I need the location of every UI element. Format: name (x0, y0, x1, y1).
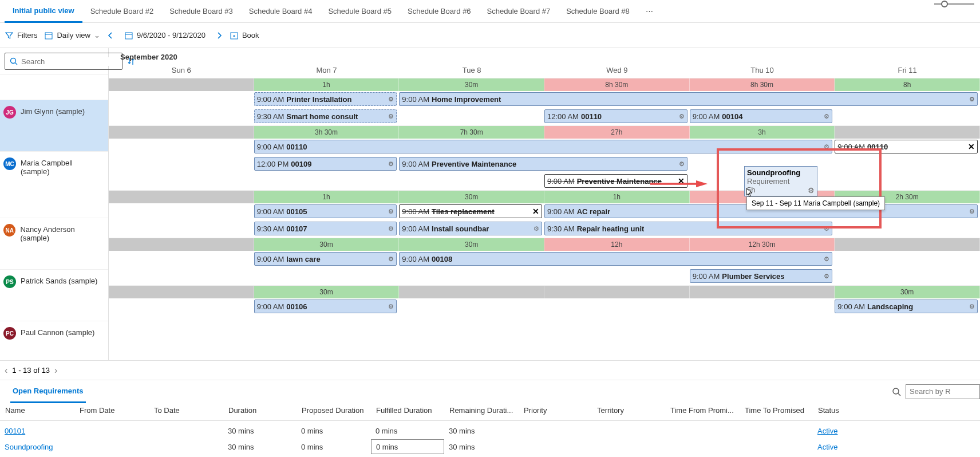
book-button[interactable]: Book (230, 31, 259, 40)
booking[interactable]: 12:00 AM00110⚙ (544, 109, 687, 123)
booking[interactable]: 9:30 AMRepair heating unit⚙ (544, 222, 832, 235)
booking[interactable]: 12:00 PM00109⚙ (254, 157, 397, 171)
booking[interactable]: 9:00 AMPrinter Installation⚙ (254, 92, 397, 106)
requirements-search[interactable] (906, 384, 980, 399)
cell: 30 mins (223, 424, 297, 438)
resource-row[interactable]: MC Maria Campbell (sample) (0, 151, 108, 218)
capacity-cell: 12h 30m (690, 238, 835, 251)
col-priority[interactable]: Priority (519, 403, 592, 420)
gear-icon[interactable]: ⚙ (824, 143, 829, 151)
booking[interactable]: 9:00 AM00106⚙ (254, 300, 397, 313)
col-proposed[interactable]: Proposed Duration (297, 403, 371, 420)
booking[interactable]: 9:30 AM00107⚙ (254, 222, 397, 235)
requirement-link[interactable]: 00101 (5, 427, 25, 435)
gear-icon[interactable]: ⚙ (388, 113, 394, 120)
requirement-link[interactable]: Soundproofing (5, 443, 53, 451)
requirements-header: Name From Date To Date Duration Proposed… (0, 403, 980, 421)
capacity-cell (690, 286, 835, 298)
filter-icon (5, 31, 14, 40)
col-timeto[interactable]: Time To Promised (740, 403, 813, 420)
capacity-cell (835, 126, 980, 139)
tab-1[interactable]: Schedule Board #2 (82, 0, 162, 23)
view-mode-button[interactable]: Daily view ⌄ (44, 31, 100, 40)
gear-icon[interactable]: ⚙ (824, 113, 829, 120)
day-header: Tue 8 (399, 64, 544, 78)
cell-editable[interactable]: 0 mins (371, 439, 444, 454)
prev-button[interactable] (107, 32, 114, 39)
tab-2[interactable]: Schedule Board #3 (161, 0, 241, 23)
gear-icon[interactable]: ⚙ (388, 160, 394, 168)
col-duration[interactable]: Duration (223, 403, 297, 420)
gear-icon[interactable]: ⚙ (388, 225, 394, 233)
drag-duration: 5h (747, 186, 815, 194)
status-link[interactable]: Active (817, 443, 837, 451)
gear-icon[interactable]: ⚙ (824, 273, 829, 280)
resource-row[interactable]: JG Jim Glynn (sample) (0, 100, 108, 151)
col-territory[interactable]: Territory (592, 403, 665, 420)
booking[interactable]: 9:00 AM00110✕ (835, 140, 978, 153)
close-icon[interactable]: ✕ (968, 142, 975, 151)
pager-prev[interactable]: ‹ (5, 365, 7, 376)
open-requirements-tab[interactable]: Open Requirements (10, 380, 86, 403)
resource-search[interactable] (5, 53, 122, 70)
date-range[interactable]: 9/6/2020 - 9/12/2020 (124, 31, 206, 40)
resource-search-input[interactable] (21, 57, 117, 66)
booking[interactable]: 9:00 AMlawn care⚙ (254, 252, 397, 266)
booking[interactable]: 9:00 AMPreventive Maintenance⚙ (399, 157, 687, 171)
gear-icon[interactable]: ⚙ (824, 255, 829, 263)
booking[interactable]: 9:00 AMInstall soundbar⚙ (399, 222, 542, 235)
status-link[interactable]: Active (817, 427, 837, 435)
tab-3[interactable]: Schedule Board #4 (241, 0, 321, 23)
tab-7[interactable]: Schedule Board #8 (558, 0, 638, 23)
tab-6[interactable]: Schedule Board #7 (479, 0, 559, 23)
requirement-row[interactable]: Soundproofing 30 mins 0 mins 0 mins 30 m… (0, 438, 980, 455)
tab-5[interactable]: Schedule Board #6 (400, 0, 479, 23)
booking[interactable]: 9:00 AM00110⚙ (254, 140, 833, 153)
close-icon[interactable]: ✕ (532, 207, 539, 216)
resource-row[interactable]: PC Paul Cannon (sample) (0, 321, 108, 358)
view-mode-label: Daily view (57, 31, 90, 40)
tab-0[interactable]: Initial public view (5, 0, 82, 23)
booking[interactable]: 9:30 AMSmart home consult⚙ (254, 109, 397, 123)
col-remaining[interactable]: Remaining Durati... (444, 403, 519, 420)
search-icon[interactable] (892, 387, 901, 396)
col-name[interactable]: Name (0, 403, 74, 420)
booking[interactable]: 9:00 AM00105⚙ (254, 204, 397, 218)
gear-icon[interactable]: ⚙ (969, 96, 975, 103)
tab-more[interactable]: ⋯ (638, 7, 661, 15)
booking[interactable]: 9:00 AM00108⚙ (399, 252, 832, 266)
pager-next[interactable]: › (54, 365, 57, 376)
gear-icon[interactable]: ⚙ (534, 225, 539, 233)
booking[interactable]: 9:00 AMPlumber Services⚙ (690, 269, 833, 283)
zoom-slider[interactable] (934, 3, 974, 5)
booking[interactable]: 9:00 AM00104⚙ (690, 109, 833, 123)
gear-icon[interactable]: ⚙ (388, 255, 394, 263)
next-button[interactable] (216, 32, 223, 39)
resource-row[interactable]: PS Patrick Sands (sample) (0, 269, 108, 321)
booking[interactable]: 9:00 AMHome Improvement⚙ (399, 92, 978, 106)
gear-icon[interactable]: ⚙ (388, 303, 394, 310)
gear-icon[interactable]: ⚙ (679, 160, 685, 168)
calendar-icon (44, 31, 53, 40)
pager: ‹ 1 - 13 of 13 › (0, 360, 980, 380)
gear-icon[interactable]: ⚙ (679, 113, 685, 120)
requirement-row[interactable]: 00101 30 mins 0 mins 0 mins 30 mins Acti… (0, 421, 980, 438)
gear-icon[interactable]: ⚙ (824, 225, 829, 233)
resource-row[interactable]: NA Nancy Anderson (sample) (0, 218, 108, 269)
tab-4[interactable]: Schedule Board #5 (320, 0, 400, 23)
booking-time: 9:00 AM (547, 177, 575, 186)
gear-icon[interactable]: ⚙ (388, 96, 394, 103)
drag-preview[interactable]: Soundproofing Requirement 5h ⚙ (744, 166, 817, 196)
col-to[interactable]: To Date (149, 403, 223, 420)
gear-icon[interactable]: ⚙ (969, 303, 975, 310)
filters-button[interactable]: Filters (5, 31, 37, 40)
gear-icon[interactable]: ⚙ (388, 208, 394, 215)
col-fulfilled[interactable]: Fulfilled Duration (371, 403, 444, 420)
col-timefrom[interactable]: Time From Promi... (665, 403, 740, 420)
col-status[interactable]: Status (813, 403, 870, 420)
col-from[interactable]: From Date (74, 403, 149, 420)
month-title: September 2020 (109, 48, 980, 64)
booking[interactable]: 9:00 AMLandscaping⚙ (835, 300, 978, 313)
booking[interactable]: 9:00 AMTiles replacement✕ (399, 204, 542, 218)
gear-icon[interactable]: ⚙ (969, 208, 975, 215)
